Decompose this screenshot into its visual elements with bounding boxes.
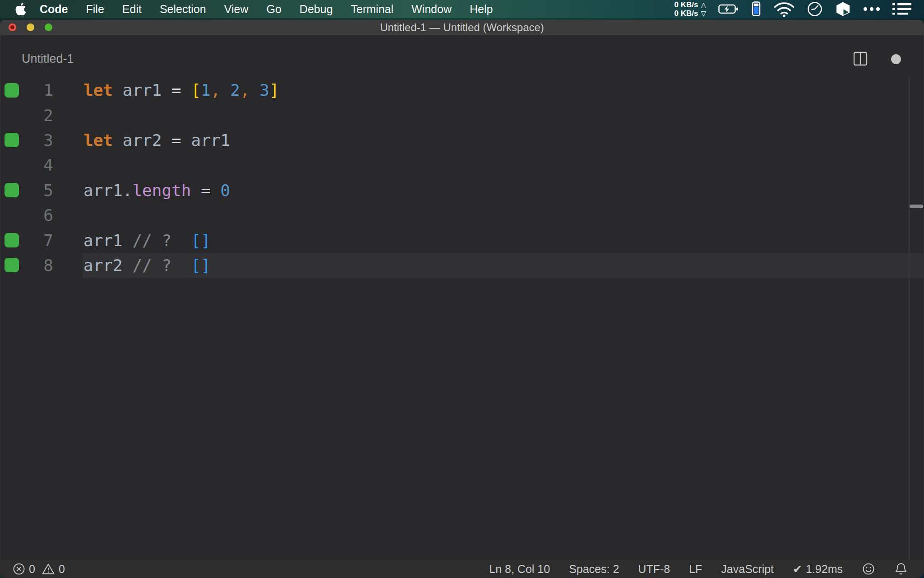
code-line-3[interactable]: 3let arr2 = arr1 [0,128,924,153]
problems-indicator[interactable]: 0 0 [13,563,65,576]
code-editor[interactable]: 1let arr1 = [1, 2, 3]23let arr2 = arr145… [0,78,924,560]
quokka-perf[interactable]: ✔ 1.92ms [793,563,843,576]
statusbar-left: 0 0 [0,563,65,576]
error-icon [13,563,25,575]
quokka-marker [0,183,23,197]
warning-count: 0 [59,563,65,576]
menu-item-edit[interactable]: Edit [113,3,151,15]
code-line-7[interactable]: 7arr1 // ? [] [0,228,924,252]
warning-icon [42,563,55,575]
menu-item-help[interactable]: Help [461,3,502,15]
statusbar: 0 0 Ln 8, Col 10 Spaces: 2 UTF-8 LF [0,560,924,578]
token-num: 2 [230,81,240,99]
battery-charging-icon[interactable] [718,3,739,15]
token-plain [123,231,133,250]
check-icon: ✔ [793,563,802,576]
code-line-2[interactable]: 2 [0,103,924,127]
token-plain [191,181,201,200]
code-line-6[interactable]: 6 [0,203,924,228]
token-plain [211,181,221,200]
token-var: arr1 [191,131,230,149]
token-bracket: [ [191,81,201,99]
token-prop: length [132,181,191,200]
token-plain [123,256,133,275]
up-arrow-icon: △ [701,0,706,9]
overview-ruler-marker[interactable] [910,205,923,208]
token-plain [162,81,171,99]
token-var: arr1 [83,181,123,200]
net-down-label: 0 KB/s [675,9,698,18]
token-op: = [201,181,211,200]
menubar-items: CodeFileEditSelectionViewGoDebugTerminal… [31,3,502,16]
menu-item-file[interactable]: File [77,3,113,15]
apple-menu[interactable] [15,3,26,15]
menu-item-view[interactable]: View [215,3,258,15]
quokka-marker [0,258,23,272]
code-line-1[interactable]: 1let arr1 = [1, 2, 3] [0,78,924,103]
window-titlebar[interactable]: Untitled-1 — Untitled (Workspace) [0,20,924,35]
line-number: 1 [23,81,53,99]
menu-item-terminal[interactable]: Terminal [342,3,402,15]
code-lines: 1let arr1 = [1, 2, 3]23let arr2 = arr145… [0,78,924,278]
code-text: arr1 // ? [] [83,231,211,250]
token-num: 0 [221,181,231,200]
screen: CodeFileEditSelectionViewGoDebugTerminal… [0,0,924,578]
token-comma: , [211,81,221,99]
line-number: 2 [23,106,53,125]
bell-icon[interactable] [894,562,908,576]
token-plain [171,256,191,275]
statusbar-right: Ln 8, Col 10 Spaces: 2 UTF-8 LF JavaScri… [489,562,924,576]
token-plain [171,231,191,250]
token-plain [181,131,191,149]
token-op: = [171,131,181,149]
token-var: arr1 [83,231,123,250]
line-number: 8 [23,256,53,275]
zoom-button[interactable] [45,23,52,31]
quokka-marker [0,233,23,247]
wifi-icon[interactable] [773,1,795,17]
list-menu-icon[interactable] [892,3,911,15]
smiley-icon[interactable] [862,562,875,576]
token-plain [250,81,260,99]
code-line-4[interactable]: 4 [0,153,924,177]
battery-vertical-icon[interactable] [751,1,761,17]
ellipsis-icon[interactable] [863,7,880,11]
vscode-window: Untitled-1 — Untitled (Workspace) Untitl… [0,20,924,578]
eol-sequence[interactable]: LF [689,563,702,576]
menu-item-window[interactable]: Window [402,3,461,15]
code-text: let arr1 = [1, 2, 3] [83,81,279,99]
unsaved-dot[interactable] [891,54,901,64]
code-text: let arr2 = arr1 [83,131,230,149]
menu-item-go[interactable]: Go [258,3,291,15]
token-plain [221,81,231,99]
token-num: 1 [201,81,211,99]
macos-menubar: CodeFileEditSelectionViewGoDebugTerminal… [0,0,924,18]
tab-untitled-1[interactable]: Untitled-1 [22,52,74,66]
line-number: 4 [23,156,53,174]
clock-icon[interactable] [807,1,822,17]
encoding[interactable]: UTF-8 [638,563,670,576]
split-editor-icon[interactable] [853,51,868,66]
token-comment: // ? [132,231,171,250]
network-speed-widget[interactable]: 0 KB/s △ 0 KB/s ▽ [675,0,706,18]
menu-item-selection[interactable]: Selection [151,3,215,15]
menu-item-code[interactable]: Code [31,3,77,15]
cursor-position[interactable]: Ln 8, Col 10 [489,563,550,576]
token-var: arr1 [123,81,162,99]
box-app-icon[interactable] [835,1,851,17]
code-line-5[interactable]: 5arr1.length = 0 [0,178,924,203]
close-button[interactable] [9,23,16,31]
token-var: arr2 [123,131,162,149]
token-plain [113,131,123,149]
net-up-label: 0 KB/s [675,0,698,9]
perf-time: 1.92ms [806,563,843,576]
code-line-8[interactable]: 8arr2 // ? [] [0,253,924,278]
error-count: 0 [29,563,35,576]
token-num: 3 [259,81,269,99]
indentation[interactable]: Spaces: 2 [569,563,619,576]
token-plain [162,131,171,149]
minimize-button[interactable] [27,23,34,31]
menu-item-debug[interactable]: Debug [291,3,342,15]
language-mode[interactable]: JavaScript [721,563,774,576]
token-quokka_value: [] [191,231,210,250]
